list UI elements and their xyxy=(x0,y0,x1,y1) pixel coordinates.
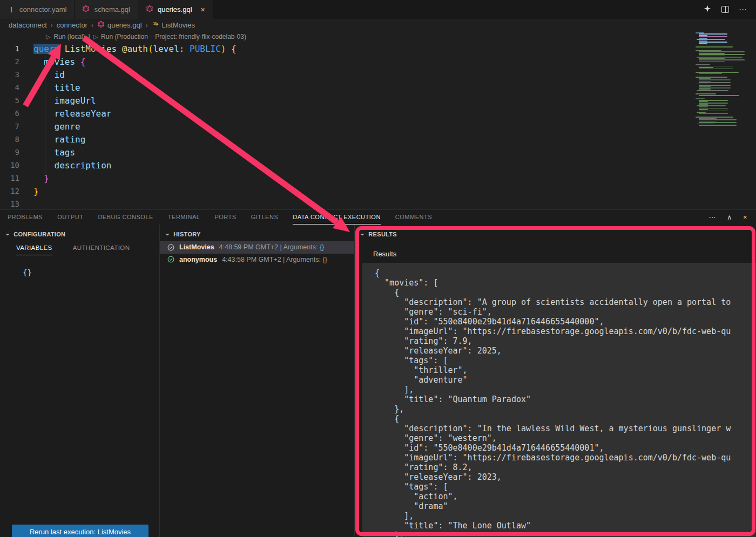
play-icon: ▷ xyxy=(93,33,98,40)
close-panel-icon[interactable]: × xyxy=(743,213,747,221)
code-line[interactable]: 6 releaseYear xyxy=(0,107,691,120)
configuration-tabs: VARIABLESAUTHENTICATION xyxy=(0,244,159,255)
configuration-title: CONFIGURATION xyxy=(14,231,65,237)
history-row-meta: 4:43:58 PM GMT+2 | Arguments: {} xyxy=(222,256,327,263)
breadcrumb: dataconnect›connector› queries.gql› List… xyxy=(0,19,756,31)
panel-actions: ⋯ ∧ × xyxy=(708,210,756,225)
line-number: 7 xyxy=(0,122,33,131)
codelens: ▷ Run (local) | ▷ Run (Production – Proj… xyxy=(46,31,246,42)
breadcrumb-label: connector xyxy=(57,21,87,29)
tab-schema.gql[interactable]: schema.gql xyxy=(75,0,138,19)
panel-tab-debug-console[interactable]: DEBUG CONSOLE xyxy=(98,210,153,225)
config-tab-authentication[interactable]: AUTHENTICATION xyxy=(73,244,130,255)
line-number: 3 xyxy=(0,70,33,79)
code-line[interactable]: 12} xyxy=(0,185,691,198)
minimap[interactable] xyxy=(693,31,756,131)
graphql-icon xyxy=(82,5,90,14)
line-content: id xyxy=(33,70,65,80)
line-number: 9 xyxy=(0,148,33,157)
tab-queries.gql[interactable]: queries.gql× xyxy=(138,0,213,19)
panel-tab-terminal[interactable]: TERMINAL xyxy=(168,210,200,225)
code-line[interactable]: 9 tags xyxy=(0,146,691,159)
line-number: 6 xyxy=(0,109,33,118)
sparkle-icon[interactable] xyxy=(703,4,712,15)
line-number: 1 xyxy=(0,44,33,53)
configuration-header[interactable]: ⌄ CONFIGURATION xyxy=(0,227,159,241)
line-content: rating xyxy=(33,134,85,145)
panel-tab-data-connect-execution[interactable]: DATA CONNECT EXECUTION xyxy=(293,210,381,225)
code-line[interactable]: 13 xyxy=(0,198,691,210)
results-json-output[interactable]: { "movies": [ { "description": "A group … xyxy=(362,263,756,537)
tab-label: queries.gql xyxy=(158,5,192,13)
results-label: Results xyxy=(373,250,396,258)
line-number: 10 xyxy=(0,161,33,169)
history-header[interactable]: ⌄ HISTORY xyxy=(160,227,354,241)
split-editor-icon[interactable] xyxy=(721,6,729,13)
code-line[interactable]: 11 } xyxy=(0,172,691,185)
breadcrumb-label: ListMovies xyxy=(162,21,195,29)
code-line[interactable]: 4 title xyxy=(0,81,691,94)
more-actions-icon[interactable]: ⋯ xyxy=(739,5,747,15)
code-line[interactable]: 2 movies { xyxy=(0,55,691,68)
breadcrumb-separator: › xyxy=(146,22,148,29)
code-line[interactable]: 10 description xyxy=(0,159,691,172)
tab-list: !connector.yaml schema.gql queries.gql× xyxy=(0,0,213,19)
code-line[interactable]: 1query ListMovies @auth(level: PUBLIC) { xyxy=(0,42,691,55)
code-line[interactable]: 5 imageUrl xyxy=(0,94,691,107)
play-icon: ▷ xyxy=(46,33,50,40)
close-icon[interactable]: × xyxy=(201,6,205,13)
history-row-ListMovies[interactable]: ListMovies4:48:59 PM GMT+2 | Arguments: … xyxy=(160,241,354,254)
tab-label: connector.yaml xyxy=(19,5,66,13)
panel-tab-comments[interactable]: COMMENTS xyxy=(395,210,432,225)
editor-tab-bar: !connector.yaml schema.gql queries.gql× … xyxy=(0,0,756,19)
tab-connector.yaml[interactable]: !connector.yaml xyxy=(0,0,75,19)
history-row-name: ListMovies xyxy=(179,243,214,251)
code-editor[interactable]: ▷ Run (local) | ▷ Run (Production – Proj… xyxy=(0,31,756,209)
line-number: 13 xyxy=(0,200,33,208)
rerun-button[interactable]: Rerun last execution: ListMovies xyxy=(12,525,148,537)
history-title: HISTORY xyxy=(173,231,200,237)
panel-tab-ports[interactable]: PORTS xyxy=(214,210,236,225)
query-symbol-icon xyxy=(152,21,159,30)
line-content: imageUrl xyxy=(33,96,96,106)
chevron-down-icon: ⌄ xyxy=(5,229,10,237)
bottom-panel: PROBLEMSOUTPUTDEBUG CONSOLETERMINALPORTS… xyxy=(0,209,756,537)
line-number: 12 xyxy=(0,187,33,195)
code-line[interactable]: 7 genre xyxy=(0,120,691,133)
line-number: 8 xyxy=(0,135,33,144)
config-tab-variables[interactable]: VARIABLES xyxy=(16,244,52,255)
results-header[interactable]: ⌄ RESULTS xyxy=(355,227,756,241)
history-row-anonymous[interactable]: anonymous4:43:58 PM GMT+2 | Arguments: {… xyxy=(160,254,354,266)
indent-guide xyxy=(45,56,45,186)
panel-tab-problems[interactable]: PROBLEMS xyxy=(8,210,43,225)
variables-value[interactable]: {} xyxy=(23,268,159,277)
breadcrumb-separator: › xyxy=(51,22,53,29)
maximize-panel-icon[interactable]: ∧ xyxy=(727,213,732,221)
breadcrumb-item-connector[interactable]: connector xyxy=(57,21,87,29)
history-row-meta: 4:48:59 PM GMT+2 | Arguments: {} xyxy=(219,243,325,251)
panel-body: ⌄ CONFIGURATION VARIABLESAUTHENTICATION … xyxy=(0,225,756,537)
breadcrumb-item-dataconnect[interactable]: dataconnect xyxy=(9,21,47,29)
line-content: genre xyxy=(33,121,80,132)
results-title: RESULTS xyxy=(368,231,397,237)
line-content: title xyxy=(33,83,80,93)
code-lines: 1query ListMovies @auth(level: PUBLIC) {… xyxy=(0,42,691,210)
run-local-link[interactable]: Run (local) xyxy=(53,33,85,40)
code-line[interactable]: 3 id xyxy=(0,68,691,81)
breadcrumb-item-queries.gql[interactable]: queries.gql xyxy=(97,21,142,30)
panel-tab-output[interactable]: OUTPUT xyxy=(57,210,83,225)
more-actions-icon[interactable]: ⋯ xyxy=(708,213,716,221)
line-content: } xyxy=(33,186,39,196)
graphql-icon xyxy=(146,5,153,14)
panel-tab-bar: PROBLEMSOUTPUTDEBUG CONSOLETERMINALPORTS… xyxy=(0,210,756,225)
line-number: 5 xyxy=(0,96,33,105)
breadcrumb-item-ListMovies[interactable]: ListMovies xyxy=(152,21,195,30)
graphql-icon xyxy=(97,21,105,30)
breadcrumb-label: dataconnect xyxy=(9,21,47,29)
code-line[interactable]: 8 rating xyxy=(0,133,691,146)
history-row-name: anonymous xyxy=(179,256,217,263)
breadcrumb-label: queries.gql xyxy=(107,21,142,29)
history-section: ⌄ HISTORY ListMovies4:48:59 PM GMT+2 | A… xyxy=(160,225,355,537)
run-production-link[interactable]: Run (Production – Project: friendly-flix… xyxy=(101,33,246,40)
panel-tab-gitlens[interactable]: GITLENS xyxy=(251,210,279,225)
